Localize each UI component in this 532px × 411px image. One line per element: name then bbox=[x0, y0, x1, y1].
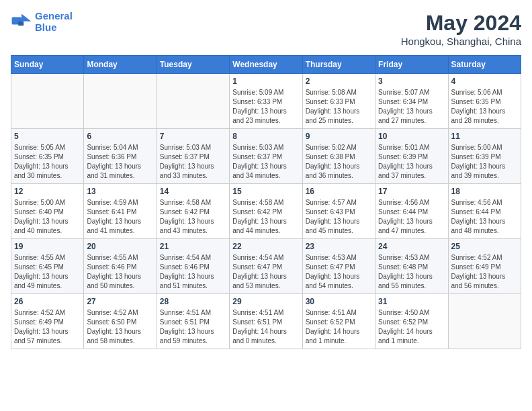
calendar-cell: 29Sunrise: 4:51 AM Sunset: 6:51 PM Dayli… bbox=[230, 294, 302, 349]
calendar-cell: 9Sunrise: 5:02 AM Sunset: 6:38 PM Daylig… bbox=[302, 129, 375, 184]
day-info: Sunrise: 4:54 AM Sunset: 6:46 PM Dayligh… bbox=[160, 253, 226, 291]
calendar-cell: 17Sunrise: 4:56 AM Sunset: 6:44 PM Dayli… bbox=[375, 184, 448, 239]
day-info: Sunrise: 5:06 AM Sunset: 6:35 PM Dayligh… bbox=[451, 88, 518, 126]
day-number: 8 bbox=[232, 132, 299, 141]
day-number: 5 bbox=[14, 132, 81, 141]
calendar-week-2: 5Sunrise: 5:05 AM Sunset: 6:35 PM Daylig… bbox=[11, 129, 521, 184]
calendar-cell: 16Sunrise: 4:57 AM Sunset: 6:43 PM Dayli… bbox=[302, 184, 375, 239]
header-friday: Friday bbox=[375, 56, 448, 74]
calendar-cell: 6Sunrise: 5:04 AM Sunset: 6:36 PM Daylig… bbox=[84, 129, 157, 184]
calendar-header-row: Sunday Monday Tuesday Wednesday Thursday… bbox=[11, 56, 521, 74]
day-info: Sunrise: 4:51 AM Sunset: 6:52 PM Dayligh… bbox=[306, 308, 372, 346]
calendar-week-5: 26Sunrise: 4:52 AM Sunset: 6:49 PM Dayli… bbox=[11, 294, 521, 349]
day-info: Sunrise: 5:08 AM Sunset: 6:33 PM Dayligh… bbox=[306, 88, 372, 126]
calendar-cell: 19Sunrise: 4:55 AM Sunset: 6:45 PM Dayli… bbox=[11, 239, 84, 294]
day-number: 18 bbox=[451, 187, 518, 196]
calendar-cell: 27Sunrise: 4:52 AM Sunset: 6:50 PM Dayli… bbox=[84, 294, 157, 349]
calendar-cell: 2Sunrise: 5:08 AM Sunset: 6:33 PM Daylig… bbox=[302, 74, 375, 129]
page-header: General Blue May 2024 Hongkou, Shanghai,… bbox=[11, 11, 521, 47]
header-saturday: Saturday bbox=[448, 56, 521, 74]
calendar-cell: 13Sunrise: 4:59 AM Sunset: 6:41 PM Dayli… bbox=[84, 184, 157, 239]
calendar-cell: 5Sunrise: 5:05 AM Sunset: 6:35 PM Daylig… bbox=[11, 129, 84, 184]
day-number: 6 bbox=[87, 132, 153, 141]
day-info: Sunrise: 5:09 AM Sunset: 6:33 PM Dayligh… bbox=[232, 88, 299, 126]
calendar-cell: 31Sunrise: 4:50 AM Sunset: 6:52 PM Dayli… bbox=[375, 294, 448, 349]
logo-line2: Blue bbox=[35, 21, 57, 33]
calendar-cell: 30Sunrise: 4:51 AM Sunset: 6:52 PM Dayli… bbox=[302, 294, 375, 349]
day-info: Sunrise: 5:00 AM Sunset: 6:39 PM Dayligh… bbox=[451, 143, 518, 181]
day-info: Sunrise: 4:57 AM Sunset: 6:43 PM Dayligh… bbox=[306, 198, 372, 236]
calendar-cell: 18Sunrise: 4:56 AM Sunset: 6:44 PM Dayli… bbox=[448, 184, 521, 239]
day-info: Sunrise: 5:07 AM Sunset: 6:34 PM Dayligh… bbox=[378, 88, 445, 126]
day-info: Sunrise: 4:59 AM Sunset: 6:41 PM Dayligh… bbox=[87, 198, 153, 236]
calendar-cell: 7Sunrise: 5:03 AM Sunset: 6:37 PM Daylig… bbox=[157, 129, 229, 184]
day-number: 9 bbox=[306, 132, 372, 141]
header-wednesday: Wednesday bbox=[230, 56, 302, 74]
day-number: 7 bbox=[160, 132, 226, 141]
calendar-cell bbox=[157, 74, 229, 129]
day-info: Sunrise: 5:03 AM Sunset: 6:37 PM Dayligh… bbox=[232, 143, 299, 181]
subtitle: Hongkou, Shanghai, China bbox=[401, 36, 521, 47]
day-number: 3 bbox=[378, 77, 445, 86]
header-sunday: Sunday bbox=[11, 56, 84, 74]
day-info: Sunrise: 4:56 AM Sunset: 6:44 PM Dayligh… bbox=[451, 198, 518, 236]
day-info: Sunrise: 4:55 AM Sunset: 6:46 PM Dayligh… bbox=[87, 253, 153, 291]
day-number: 31 bbox=[378, 297, 445, 306]
day-info: Sunrise: 5:00 AM Sunset: 6:40 PM Dayligh… bbox=[14, 198, 81, 236]
calendar-week-3: 12Sunrise: 5:00 AM Sunset: 6:40 PM Dayli… bbox=[11, 184, 521, 239]
day-number: 2 bbox=[306, 77, 372, 86]
day-number: 14 bbox=[160, 187, 226, 196]
day-number: 10 bbox=[378, 132, 445, 141]
calendar-cell: 10Sunrise: 5:01 AM Sunset: 6:39 PM Dayli… bbox=[375, 129, 448, 184]
day-number: 19 bbox=[14, 242, 81, 251]
day-number: 26 bbox=[14, 297, 81, 306]
svg-marker-1 bbox=[21, 13, 31, 21]
day-info: Sunrise: 4:51 AM Sunset: 6:51 PM Dayligh… bbox=[232, 308, 299, 346]
day-info: Sunrise: 4:53 AM Sunset: 6:48 PM Dayligh… bbox=[378, 253, 445, 291]
day-info: Sunrise: 4:53 AM Sunset: 6:47 PM Dayligh… bbox=[306, 253, 372, 291]
calendar-cell: 14Sunrise: 4:58 AM Sunset: 6:42 PM Dayli… bbox=[157, 184, 229, 239]
day-number: 15 bbox=[232, 187, 299, 196]
svg-rect-2 bbox=[18, 21, 24, 25]
calendar-cell: 28Sunrise: 4:51 AM Sunset: 6:51 PM Dayli… bbox=[157, 294, 229, 349]
day-number: 17 bbox=[378, 187, 445, 196]
calendar-cell: 11Sunrise: 5:00 AM Sunset: 6:39 PM Dayli… bbox=[448, 129, 521, 184]
calendar-cell: 3Sunrise: 5:07 AM Sunset: 6:34 PM Daylig… bbox=[375, 74, 448, 129]
calendar-cell bbox=[448, 294, 521, 349]
calendar-cell: 24Sunrise: 4:53 AM Sunset: 6:48 PM Dayli… bbox=[375, 239, 448, 294]
day-info: Sunrise: 5:01 AM Sunset: 6:39 PM Dayligh… bbox=[378, 143, 445, 181]
logo-line1: General bbox=[35, 10, 73, 21]
day-info: Sunrise: 5:03 AM Sunset: 6:37 PM Dayligh… bbox=[160, 143, 226, 181]
day-number: 20 bbox=[87, 242, 153, 251]
main-title: May 2024 bbox=[401, 11, 521, 36]
day-number: 23 bbox=[306, 242, 372, 251]
day-info: Sunrise: 4:52 AM Sunset: 6:49 PM Dayligh… bbox=[451, 253, 518, 291]
day-info: Sunrise: 5:05 AM Sunset: 6:35 PM Dayligh… bbox=[14, 143, 81, 181]
logo: General Blue bbox=[11, 11, 73, 33]
day-info: Sunrise: 4:58 AM Sunset: 6:42 PM Dayligh… bbox=[160, 198, 226, 236]
calendar-cell: 20Sunrise: 4:55 AM Sunset: 6:46 PM Dayli… bbox=[84, 239, 157, 294]
day-info: Sunrise: 4:52 AM Sunset: 6:50 PM Dayligh… bbox=[87, 308, 153, 346]
calendar-week-1: 1Sunrise: 5:09 AM Sunset: 6:33 PM Daylig… bbox=[11, 74, 521, 129]
day-number: 13 bbox=[87, 187, 153, 196]
calendar-cell: 26Sunrise: 4:52 AM Sunset: 6:49 PM Dayli… bbox=[11, 294, 84, 349]
day-number: 29 bbox=[232, 297, 299, 306]
day-number: 28 bbox=[160, 297, 226, 306]
day-info: Sunrise: 4:55 AM Sunset: 6:45 PM Dayligh… bbox=[14, 253, 81, 291]
day-info: Sunrise: 5:02 AM Sunset: 6:38 PM Dayligh… bbox=[306, 143, 372, 181]
calendar-cell: 22Sunrise: 4:54 AM Sunset: 6:47 PM Dayli… bbox=[230, 239, 302, 294]
header-thursday: Thursday bbox=[302, 56, 375, 74]
day-info: Sunrise: 4:50 AM Sunset: 6:52 PM Dayligh… bbox=[378, 308, 445, 346]
day-number: 11 bbox=[451, 132, 518, 141]
day-number: 1 bbox=[232, 77, 299, 86]
day-info: Sunrise: 4:54 AM Sunset: 6:47 PM Dayligh… bbox=[232, 253, 299, 291]
day-number: 30 bbox=[306, 297, 372, 306]
calendar-cell: 23Sunrise: 4:53 AM Sunset: 6:47 PM Dayli… bbox=[302, 239, 375, 294]
day-number: 27 bbox=[87, 297, 153, 306]
day-info: Sunrise: 4:56 AM Sunset: 6:44 PM Dayligh… bbox=[378, 198, 445, 236]
calendar-cell: 15Sunrise: 4:58 AM Sunset: 6:42 PM Dayli… bbox=[230, 184, 302, 239]
day-number: 16 bbox=[306, 187, 372, 196]
calendar-cell: 21Sunrise: 4:54 AM Sunset: 6:46 PM Dayli… bbox=[157, 239, 229, 294]
logo-icon bbox=[11, 13, 32, 32]
day-number: 21 bbox=[160, 242, 226, 251]
